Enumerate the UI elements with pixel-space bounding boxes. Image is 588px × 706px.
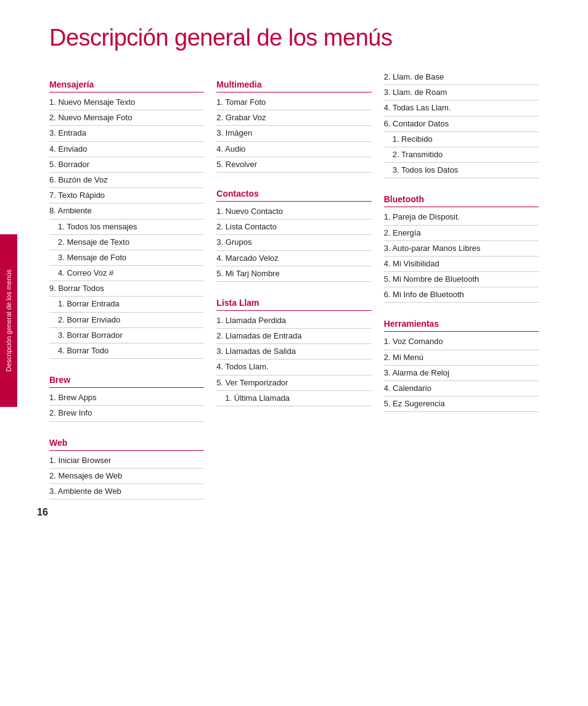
- column-1: Mensajería1. Nuevo Mensaje Texto2. Nuevo…: [49, 70, 216, 506]
- menu-item: 2. Borrar Enviado: [49, 313, 204, 328]
- section-title: Lista Llam: [216, 298, 371, 308]
- menu-item: 2. Grabar Voz: [216, 110, 371, 126]
- menu-item: 2. Llamadas de Entrada: [216, 329, 371, 344]
- menu-item: 2. Nuevo Mensaje Foto: [49, 110, 204, 126]
- page-number: 16: [37, 507, 48, 518]
- section-title: Contactos: [216, 189, 371, 199]
- menu-item: 9. Borrar Todos: [49, 281, 204, 297]
- menu-item: 1. Brew Apps: [49, 390, 204, 406]
- menu-item: 4. Correo Voz #: [49, 266, 204, 281]
- menu-item: 1. Nuevo Mensaje Texto: [49, 95, 204, 110]
- menu-item: 1. Pareja de Disposit.: [384, 210, 539, 225]
- side-tab-label: Descripción general de los menús: [5, 269, 12, 372]
- menu-item: 2. Brew Info: [49, 406, 204, 421]
- menu-item: 1. Iniciar Browser: [49, 453, 204, 469]
- menu-item: 4. Calendario: [384, 381, 539, 396]
- section-divider: [216, 92, 371, 92]
- section-divider: [216, 310, 371, 311]
- menu-item: 2. Llam. de Base: [384, 70, 539, 85]
- section-title: Multimedia: [216, 80, 371, 89]
- side-tab: Descripción general de los menús: [0, 234, 17, 407]
- menu-item: 2. Transmitido: [384, 147, 539, 163]
- menu-item: 3. Ambiente de Web: [49, 484, 204, 499]
- menu-item: 4. Todas Las Llam.: [384, 101, 539, 116]
- menu-item: 3. Alarma de Reloj: [384, 366, 539, 381]
- menu-item: 2. Mi Menú: [384, 350, 539, 366]
- section-divider: [49, 387, 204, 388]
- menu-item: 2. Energía: [384, 226, 539, 241]
- menu-item: 3. Mensaje de Foto: [49, 250, 204, 266]
- menu-item: 1. Última Llamada: [216, 391, 371, 406]
- menu-item: 3. Llamadas de Salida: [216, 344, 371, 359]
- menu-item: 3. Entrada: [49, 126, 204, 141]
- menu-item: 2. Lista Contacto: [216, 220, 371, 235]
- column-2: Multimedia1. Tomar Foto2. Grabar Voz3. I…: [216, 70, 383, 506]
- menu-item: 5. Mi Nombre de Bluetooth: [384, 272, 539, 287]
- menu-item: 1. Borrar Entrada: [49, 297, 204, 312]
- content-area: Mensajería1. Nuevo Mensaje Texto2. Nuevo…: [49, 70, 551, 506]
- menu-item: 3. Imágen: [216, 126, 371, 141]
- section-title: Herramientas: [384, 319, 539, 329]
- column-3: 2. Llam. de Base3. Llam. de Roam4. Todas…: [384, 70, 551, 506]
- menu-item: 4. Todos Llam.: [216, 359, 371, 375]
- menu-item: 4. Borrar Todo: [49, 343, 204, 359]
- menu-item: 2. Mensaje de Texto: [49, 235, 204, 250]
- menu-item: 5. Ver Temporizador: [216, 376, 371, 391]
- section-divider: [49, 450, 204, 451]
- menu-item: 4. Marcado Veloz: [216, 251, 371, 266]
- menu-item: 3. Llam. de Roam: [384, 85, 539, 101]
- menu-item: 8. Ambiente: [49, 203, 204, 219]
- menu-item: 1. Voz Comando: [384, 334, 539, 350]
- menu-item: 3. Auto-parar Manos Libres: [384, 241, 539, 257]
- menu-item: 5. Ez Sugerencia: [384, 396, 539, 412]
- section-title: Bluetooth: [384, 194, 539, 204]
- menu-item: 2. Mensajes de Web: [49, 469, 204, 484]
- menu-item: 1. Tomar Foto: [216, 95, 371, 110]
- menu-item: 3. Grupos: [216, 235, 371, 250]
- section-title: Mensajería: [49, 80, 204, 89]
- section-title: Web: [49, 438, 204, 448]
- menu-item: 4. Audio: [216, 142, 371, 157]
- menu-item: 4. Enviado: [49, 142, 204, 157]
- section-divider: [216, 201, 371, 202]
- menu-item: 1. Todos los mensajes: [49, 220, 204, 235]
- menu-item: 5. Borrador: [49, 157, 204, 173]
- page-container: Descripción general de los menús Descrip…: [0, 0, 588, 530]
- menu-item: 5. Mi Tarj Nombre: [216, 266, 371, 282]
- section-divider: [49, 92, 204, 92]
- menu-item: 6. Contador Datos: [384, 117, 539, 132]
- menu-item: 1. Recibido: [384, 132, 539, 147]
- menu-item: 6. Buzón de Voz: [49, 173, 204, 188]
- menu-item: 5. Revolver: [216, 157, 371, 173]
- section-divider: [384, 331, 539, 332]
- section-divider: [384, 207, 539, 207]
- menu-item: 4. Mi Visibilidad: [384, 257, 539, 272]
- menu-item: 1. Nuevo Contacto: [216, 204, 371, 220]
- section-title: Brew: [49, 375, 204, 385]
- menu-item: 3. Borrar Borrador: [49, 328, 204, 343]
- menu-item: 1. Llamada Perdida: [216, 313, 371, 329]
- menu-item: 3. Todos los Datos: [384, 163, 539, 178]
- menu-item: 6. Mi Info de Bluetooth: [384, 287, 539, 303]
- page-title: Descripción general de los menús: [49, 25, 551, 51]
- menu-item: 7. Texto Rápido: [49, 188, 204, 203]
